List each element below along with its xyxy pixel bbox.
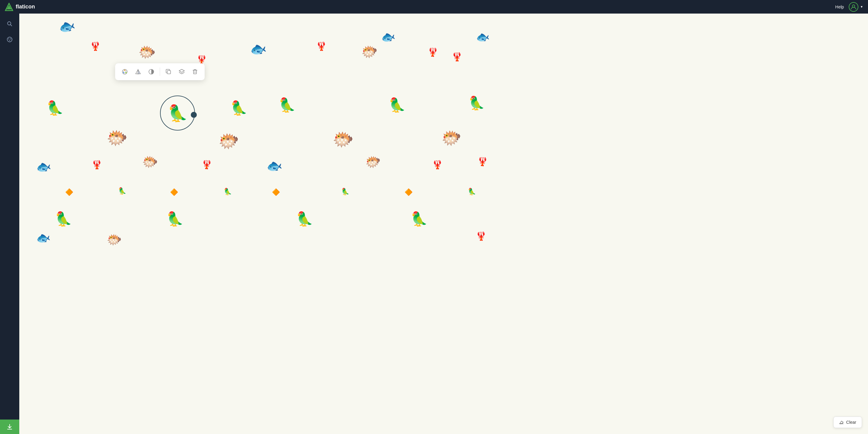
pattern-item: 🐡	[361, 44, 378, 59]
pattern-item: 🔶	[65, 189, 73, 195]
pattern-item: 🦞	[201, 160, 213, 170]
pattern-item: 🐟	[380, 30, 396, 44]
pattern-item: 🐡	[137, 44, 156, 60]
svg-point-7	[10, 38, 11, 39]
pattern-item: 🐟	[266, 159, 283, 174]
pattern-item: 🦞	[90, 42, 101, 51]
flip-button[interactable]	[132, 66, 144, 78]
layers-button[interactable]	[176, 66, 188, 78]
svg-rect-27	[193, 70, 196, 74]
trash-icon	[192, 68, 198, 75]
pattern-item: 🦜	[55, 212, 72, 217]
pattern-item: 🐡	[141, 155, 158, 170]
pattern-item: 🐡	[332, 130, 355, 149]
pattern-item: 🦜	[341, 188, 349, 195]
svg-point-6	[8, 38, 9, 39]
svg-line-4	[10, 25, 12, 26]
pattern-item: 🦜	[230, 101, 247, 115]
svg-rect-25	[167, 70, 170, 74]
color-picker-button[interactable]	[119, 66, 131, 78]
search-icon	[7, 21, 13, 27]
pattern-item: 🦞	[316, 42, 327, 51]
pattern-item: 🐟	[249, 41, 268, 57]
pattern-item: 🔶	[404, 189, 412, 195]
pattern-item: 🦞	[427, 48, 434, 57]
delete-button[interactable]	[189, 66, 201, 78]
pattern-item: 🦜	[118, 188, 126, 194]
flip-icon	[135, 68, 141, 75]
toolbar-popup	[115, 63, 205, 80]
svg-point-18	[124, 70, 125, 71]
pattern-item: 🐟	[57, 18, 76, 35]
sidebar-item-search[interactable]	[3, 17, 16, 30]
selected-toucan[interactable]: 🦜	[167, 105, 188, 121]
header: flaticon Help ▼	[0, 0, 434, 13]
pattern-item: 🔶	[170, 189, 178, 195]
pattern-grid: 🐟🦞🐡🦞🐟🦞🐡🦞🐟🦞🐟🦜🦜🦜🦜🦜🐡🐡🐡🐡🐟🦞🐡🦞🐟🦞🐡🦞🔶🦜🔶🦜🔶🦜🔶🦜🦜🦜🦜🦜…	[19, 13, 434, 217]
pattern-item: 🦜	[296, 212, 313, 217]
svg-point-8	[9, 40, 10, 41]
pattern-item: 🦜	[410, 212, 428, 217]
svg-marker-22	[138, 70, 141, 74]
contrast-button[interactable]	[145, 66, 157, 78]
palette-icon	[7, 36, 13, 42]
pattern-item: 🐡	[218, 132, 240, 150]
pattern-item: 🦜	[224, 188, 232, 195]
flaticon-logo-icon	[5, 3, 13, 11]
selected-item-circle: 🦜	[160, 96, 195, 130]
sidebar	[0, 13, 19, 217]
pattern-item: 🔶	[272, 189, 280, 195]
svg-marker-21	[135, 70, 138, 74]
svg-point-19	[125, 72, 127, 73]
pattern-item: 🦜	[278, 98, 296, 112]
pattern-item: 🐡	[106, 129, 129, 147]
layers-icon	[179, 68, 185, 75]
svg-point-20	[123, 72, 124, 73]
sidebar-item-palette[interactable]	[3, 33, 16, 46]
pattern-item: 🐡	[364, 155, 381, 170]
color-picker-icon	[121, 68, 128, 75]
pattern-item: 🦞	[92, 161, 102, 169]
duplicate-icon	[165, 68, 172, 75]
pattern-item: 🦜	[166, 212, 184, 217]
pattern-item: 🦞	[432, 161, 434, 169]
toolbar-divider	[160, 67, 160, 76]
pattern-item: 🐟	[35, 159, 52, 174]
logo[interactable]: flaticon	[5, 3, 35, 11]
pattern-item: 🦜	[46, 101, 64, 115]
duplicate-button[interactable]	[162, 66, 175, 78]
selected-item-handle[interactable]	[191, 112, 197, 118]
logo-text: flaticon	[16, 4, 35, 10]
pattern-item: 🦜	[389, 98, 406, 112]
contrast-icon	[148, 68, 155, 75]
canvas-area[interactable]: 🐟🦞🐡🦞🐟🦞🐡🦞🐟🦞🐟🦜🦜🦜🦜🦜🐡🐡🐡🐡🐟🦞🐡🦞🐟🦞🐡🦞🔶🦜🔶🦜🔶🦜🔶🦜🦜🦜🦜🦜…	[19, 13, 434, 217]
svg-point-5	[7, 37, 12, 42]
svg-marker-26	[179, 69, 184, 72]
